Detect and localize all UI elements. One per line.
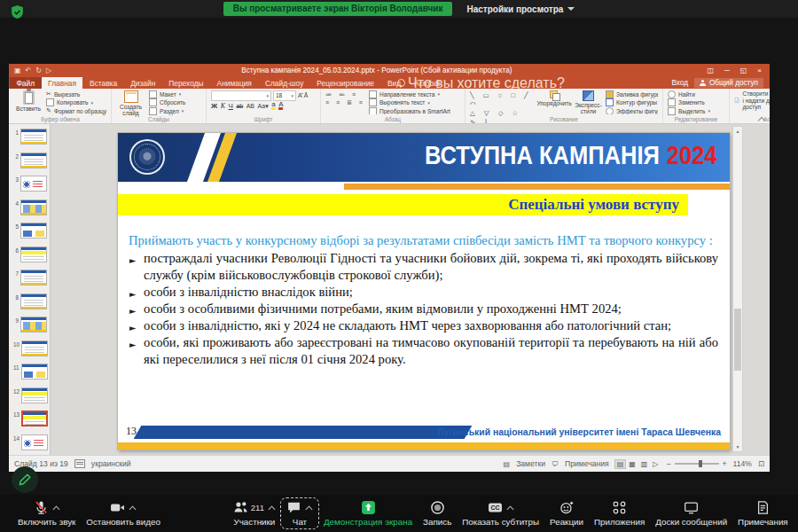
- slide-thumbnail[interactable]: [20, 176, 47, 192]
- chevron-up-icon[interactable]: [305, 505, 313, 511]
- language-label[interactable]: украинский: [91, 459, 131, 468]
- italic-button[interactable]: К: [221, 102, 225, 110]
- reset-button[interactable]: Сбросить: [149, 99, 185, 106]
- thumbnail-row[interactable]: 10: [9, 339, 50, 363]
- slide-thumbnail[interactable]: [20, 153, 47, 168]
- thumbnail-row[interactable]: 2: [9, 151, 50, 175]
- comments-toggle[interactable]: Примечания: [565, 459, 609, 468]
- zoom-toolbar-item[interactable]: Остановить видео: [81, 498, 165, 528]
- ribbon-tab[interactable]: Анимация: [210, 77, 258, 89]
- thumbnail-row[interactable]: 5: [9, 221, 50, 245]
- normal-view-button[interactable]: ▤: [615, 460, 626, 468]
- cut-button[interactable]: ✂Вырезать: [46, 90, 106, 98]
- zoom-toolbar-item[interactable]: Демонстрация экрана: [318, 498, 418, 528]
- zoom-toolbar-item[interactable]: CC Показать субтитры: [457, 498, 544, 528]
- ribbon-display-options-icon[interactable]: ◫: [702, 66, 720, 75]
- shape-outline-button[interactable]: Контур фигуры: [606, 99, 658, 106]
- shape-effects-button[interactable]: Эффекты фигуры: [606, 107, 658, 114]
- redo-icon[interactable]: ↻: [35, 67, 42, 74]
- zoom-percentage[interactable]: 114%: [733, 459, 752, 468]
- slide-thumbnail[interactable]: [20, 317, 47, 332]
- chevron-up-icon[interactable]: [129, 505, 137, 511]
- bold-button[interactable]: Ж: [211, 102, 217, 110]
- zoom-toolbar-item[interactable]: Реакции: [544, 498, 589, 528]
- thumbnail-row[interactable]: 1: [9, 127, 50, 151]
- restore-icon[interactable]: ◱: [735, 66, 753, 75]
- undo-icon[interactable]: ↶: [26, 67, 32, 74]
- fit-slide-icon[interactable]: ⊡: [758, 459, 764, 468]
- notes-toggle[interactable]: Заметки: [516, 459, 545, 468]
- new-slide-button[interactable]: Создать слайд: [116, 90, 145, 117]
- slide-thumbnail[interactable]: [21, 411, 48, 426]
- replace-button[interactable]: Заменить: [668, 99, 710, 106]
- vertical-scrollbar[interactable]: ▲ ▼: [732, 126, 743, 452]
- ribbon-tab[interactable]: Вставка: [82, 77, 123, 89]
- view-settings-button[interactable]: Настройки просмотра: [466, 4, 575, 14]
- smartart-button[interactable]: Преобразовать в SmartArt: [369, 107, 450, 114]
- grow-font-icon[interactable]: А̂: [298, 92, 302, 98]
- chevron-up-icon[interactable]: [268, 505, 276, 511]
- font-name-combobox[interactable]: ▾: [211, 90, 271, 101]
- section-button[interactable]: Раздел: [149, 107, 185, 114]
- security-shield-icon[interactable]: [10, 4, 25, 20]
- ribbon-tab[interactable]: Файл: [10, 77, 42, 89]
- zoom-out-button[interactable]: −: [666, 459, 670, 468]
- list-and-alignment-icons[interactable]: [325, 90, 365, 106]
- change-case-button[interactable]: Аа▾: [258, 103, 269, 110]
- zoom-toolbar-item[interactable]: Чат: [281, 498, 318, 528]
- thumbnail-row[interactable]: 12: [9, 386, 50, 410]
- font-color-button[interactable]: А: [278, 102, 283, 110]
- layout-button[interactable]: Макет: [149, 90, 185, 98]
- ribbon-tab[interactable]: Главная: [42, 77, 83, 89]
- zoom-toolbar-item[interactable]: 211 Участники: [228, 498, 281, 528]
- slide-thumbnail[interactable]: [20, 293, 47, 309]
- zoom-toolbar-item[interactable]: Примечания: [732, 498, 794, 528]
- thumbnail-row[interactable]: 13: [9, 409, 50, 433]
- slide-thumbnail[interactable]: [20, 246, 47, 262]
- ribbon-tab[interactable]: Слайд-шоу: [258, 77, 309, 89]
- zoom-slider-thumb[interactable]: [699, 460, 702, 467]
- ribbon-tab[interactable]: Переходы: [162, 77, 210, 89]
- powerpoint-titlebar[interactable]: ▣ ↶ ↻ ▷ Вступна кампанія 2024_05.03.2024…: [9, 64, 770, 77]
- slide-sorter-view-button[interactable]: ▦: [627, 460, 638, 468]
- highlight-color-button[interactable]: а: [271, 102, 275, 110]
- slide-thumbnail[interactable]: [21, 387, 48, 403]
- text-direction-button[interactable]: Направление текста: [369, 90, 450, 98]
- find-button[interactable]: Найти: [668, 90, 710, 98]
- zoom-toolbar-item[interactable]: Включить звук: [12, 498, 81, 528]
- thumbnail-row[interactable]: 14: [9, 433, 50, 456]
- minimize-icon[interactable]: ─: [719, 66, 735, 75]
- thumbnail-row[interactable]: 8: [9, 292, 50, 316]
- shrink-font-icon[interactable]: А̌: [304, 92, 309, 98]
- thumbnail-row[interactable]: 3: [9, 174, 50, 198]
- thumbnail-row[interactable]: 6: [9, 245, 50, 269]
- sign-in-button[interactable]: Вход: [671, 79, 688, 87]
- slide-thumbnail[interactable]: [20, 200, 47, 215]
- slide-thumbnail[interactable]: [20, 129, 47, 145]
- slide-thumbnail[interactable]: [21, 434, 48, 450]
- slide-thumbnail[interactable]: [20, 223, 47, 239]
- select-button[interactable]: Выделить: [668, 107, 710, 114]
- chevron-up-icon[interactable]: [52, 505, 60, 511]
- scrollbar-thumb[interactable]: [734, 309, 741, 371]
- strikethrough-button[interactable]: ab: [236, 103, 243, 109]
- zoom-toolbar-item[interactable]: Запись: [418, 498, 457, 528]
- paste-button[interactable]: Вставить: [14, 90, 43, 112]
- ribbon-tab[interactable]: Дизайн: [124, 77, 162, 89]
- copy-button[interactable]: Копировать: [46, 99, 106, 106]
- reading-view-button[interactable]: ▥: [639, 460, 650, 468]
- slide-canvas[interactable]: ВСТУПНА КАМПАНІЯ2024 Спеціальні умови вс…: [118, 133, 730, 450]
- start-slideshow-icon[interactable]: ▷: [46, 67, 51, 74]
- scroll-up-icon[interactable]: ▲: [733, 127, 742, 136]
- slide-thumbnail[interactable]: [21, 340, 48, 356]
- character-spacing-button[interactable]: АВ: [246, 103, 254, 109]
- save-icon[interactable]: ▣: [14, 67, 21, 74]
- chevron-up-icon[interactable]: [506, 505, 514, 511]
- arrange-button[interactable]: Упорядочить: [537, 90, 571, 106]
- zoom-toolbar-item[interactable]: Приложения: [589, 498, 650, 528]
- collapse-ribbon-icon[interactable]: [759, 117, 765, 121]
- thumbnail-row[interactable]: 9: [9, 315, 50, 339]
- slide-thumbnail[interactable]: [21, 364, 48, 379]
- ribbon-tab[interactable]: Рецензирование: [310, 77, 381, 89]
- font-size-combobox[interactable]: 18▾: [273, 90, 296, 101]
